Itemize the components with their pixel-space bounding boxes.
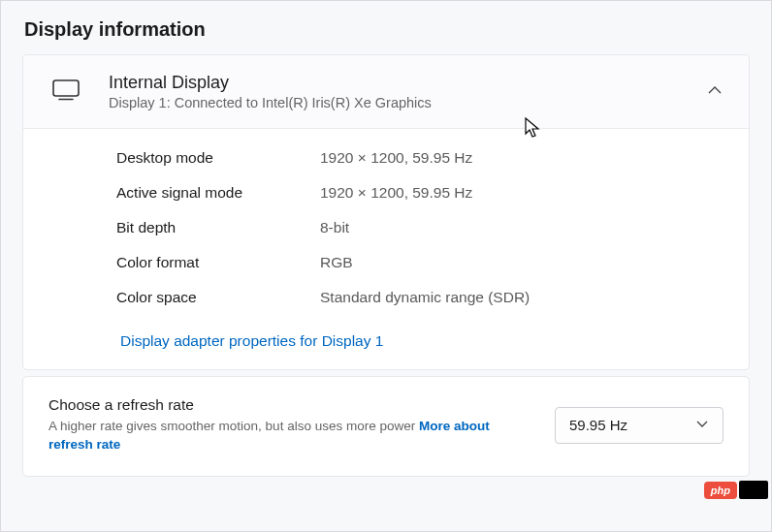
property-value: 8-bit	[320, 219, 349, 236]
property-row: Bit depth 8-bit	[23, 210, 749, 245]
property-row: Desktop mode 1920 × 1200, 59.95 Hz	[23, 141, 749, 175]
display-title: Internal Display	[109, 73, 706, 93]
refresh-rate-selected: 59.95 Hz	[569, 417, 627, 433]
display-card-header[interactable]: Internal Display Display 1: Connected to…	[23, 55, 749, 129]
property-value: Standard dynamic range (SDR)	[320, 289, 530, 306]
refresh-rate-title: Choose a refresh rate	[48, 396, 535, 414]
refresh-rate-text: Choose a refresh rate A higher rate give…	[48, 396, 535, 454]
property-label: Active signal mode	[116, 184, 320, 202]
property-row: Color format RGB	[23, 245, 749, 280]
property-label: Color format	[116, 254, 320, 271]
property-row: Color space Standard dynamic range (SDR)	[23, 280, 749, 315]
property-value: 1920 × 1200, 59.95 Hz	[320, 149, 472, 167]
display-subtitle: Display 1: Connected to Intel(R) Iris(R)…	[109, 95, 706, 110]
refresh-rate-card: Choose a refresh rate A higher rate give…	[22, 376, 750, 477]
monitor-icon	[52, 79, 80, 105]
chevron-down-icon	[695, 417, 709, 433]
watermark: php	[704, 481, 768, 499]
display-header-text: Internal Display Display 1: Connected to…	[109, 73, 706, 110]
property-label: Desktop mode	[116, 149, 320, 167]
chevron-up-icon	[706, 81, 724, 103]
display-info-card: Internal Display Display 1: Connected to…	[22, 54, 750, 370]
refresh-description-text: A higher rate gives smoother motion, but…	[48, 419, 419, 433]
property-label: Color space	[116, 289, 320, 306]
property-value: 1920 × 1200, 59.95 Hz	[320, 184, 472, 202]
watermark-black	[739, 481, 768, 499]
section-title: Display information	[1, 1, 771, 54]
property-label: Bit depth	[116, 219, 320, 236]
refresh-rate-dropdown[interactable]: 59.95 Hz	[555, 407, 724, 444]
adapter-link-row: Display adapter properties for Display 1	[23, 321, 749, 369]
refresh-rate-description: A higher rate gives smoother motion, but…	[48, 418, 514, 454]
property-row: Active signal mode 1920 × 1200, 59.95 Hz	[23, 175, 749, 210]
adapter-properties-link[interactable]: Display adapter properties for Display 1	[120, 332, 383, 349]
watermark-badge: php	[704, 482, 737, 499]
display-properties: Desktop mode 1920 × 1200, 59.95 Hz Activ…	[23, 129, 749, 321]
property-value: RGB	[320, 254, 353, 271]
svg-rect-0	[53, 80, 79, 96]
